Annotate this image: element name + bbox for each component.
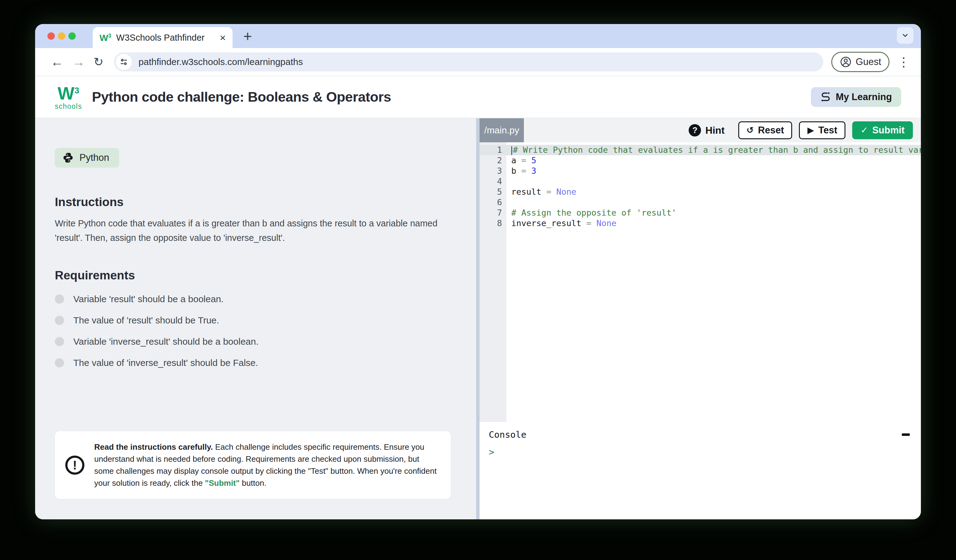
reset-button[interactable]: ↺ Reset xyxy=(738,121,792,139)
code-line-text: a = 5 xyxy=(506,155,536,166)
code-line[interactable]: 8inverse_result = None xyxy=(480,218,921,228)
requirement-status-circle-icon xyxy=(55,316,64,325)
browser-menu-button[interactable]: ⋮ xyxy=(898,55,910,69)
code-line-text: # Assign the opposite of 'result' xyxy=(506,208,676,218)
code-line-text: # Write Python code that evaluates if a … xyxy=(506,145,921,155)
collapse-console-button[interactable] xyxy=(902,433,910,436)
address-bar[interactable]: pathfinder.w3schools.com/learningpaths xyxy=(114,52,823,71)
instructions-text: Write Python code that evaluates if a is… xyxy=(55,216,455,245)
line-number: 4 xyxy=(480,176,506,187)
code-line-text xyxy=(506,197,511,208)
main-content: Python Instructions Write Python code th… xyxy=(35,118,921,519)
requirement-item: The value of 'inverse_result' should be … xyxy=(55,358,476,368)
editor-toolbar: /main.py ? Hint ↺ Reset ▶ Test ✓ Submit xyxy=(480,118,921,142)
learning-path-icon xyxy=(820,91,831,102)
line-number: 6 xyxy=(480,197,506,208)
python-icon xyxy=(62,152,74,164)
guest-label: Guest xyxy=(855,57,881,68)
requirements-list: Variable 'result' should be a boolean.Th… xyxy=(55,294,476,368)
browser-window: W3 W3Schools Pathfinder × + ← → ↻ pathfi… xyxy=(35,24,921,519)
challenge-panel: Python Instructions Write Python code th… xyxy=(35,118,476,519)
play-icon: ▶ xyxy=(807,126,814,135)
code-line-text: b = 3 xyxy=(506,166,536,176)
minimize-window-button[interactable] xyxy=(58,32,65,40)
code-line[interactable]: 1# Write Python code that evaluates if a… xyxy=(480,145,921,155)
requirement-status-circle-icon xyxy=(55,358,64,368)
console-prompt: > xyxy=(489,447,912,458)
tab-search-button[interactable] xyxy=(897,27,914,44)
code-line[interactable]: 4 xyxy=(480,176,921,187)
line-number: 3 xyxy=(480,166,506,176)
reload-button[interactable]: ↻ xyxy=(94,56,104,68)
file-tab[interactable]: /main.py xyxy=(480,118,524,142)
my-learning-button[interactable]: My Learning xyxy=(811,87,901,107)
close-tab-icon[interactable]: × xyxy=(220,32,226,43)
code-line-text: result = None xyxy=(506,187,576,197)
line-number: 1 xyxy=(480,145,506,155)
w3schools-favicon-icon: W3 xyxy=(99,33,111,42)
requirement-label: Variable 'inverse_result' should be a bo… xyxy=(73,337,258,347)
code-editor[interactable]: 1# Write Python code that evaluates if a… xyxy=(480,142,921,422)
close-window-button[interactable] xyxy=(47,32,55,40)
person-circle-icon xyxy=(840,56,852,68)
code-line-text: inverse_result = None xyxy=(506,218,616,228)
console-label: Console xyxy=(489,429,526,440)
code-line[interactable]: 5result = None xyxy=(480,187,921,197)
requirements-heading: Requirements xyxy=(55,269,476,282)
language-badge: Python xyxy=(55,148,119,168)
language-badge-label: Python xyxy=(79,152,109,163)
new-tab-button[interactable]: + xyxy=(243,28,252,45)
info-note-text: Read the instructions carefully. Each ch… xyxy=(94,441,437,489)
hint-button[interactable]: ? Hint xyxy=(689,124,724,137)
line-number: 8 xyxy=(480,218,506,228)
tab-strip: W3 W3Schools Pathfinder × + xyxy=(35,24,921,48)
hint-label: Hint xyxy=(705,125,724,136)
code-line[interactable]: 3b = 3 xyxy=(480,166,921,176)
test-label: Test xyxy=(818,125,837,136)
page-title: Python code challenge: Booleans & Operat… xyxy=(92,89,391,105)
requirement-item: The value of 'result' should be True. xyxy=(55,315,476,326)
requirement-item: Variable 'result' should be a boolean. xyxy=(55,294,476,304)
check-icon: ✓ xyxy=(860,126,868,135)
question-circle-icon: ? xyxy=(689,124,701,137)
page-header: W3 schools Python code challenge: Boolea… xyxy=(35,76,921,118)
requirement-label: The value of 'result' should be True. xyxy=(73,315,219,326)
chevron-down-icon xyxy=(901,31,909,39)
submit-button[interactable]: ✓ Submit xyxy=(852,121,913,139)
tab-title: W3Schools Pathfinder xyxy=(116,33,204,43)
back-button[interactable]: ← xyxy=(50,55,63,68)
code-line-text xyxy=(506,176,511,187)
text-cursor xyxy=(511,146,512,155)
requirement-item: Variable 'inverse_result' should be a bo… xyxy=(55,337,476,347)
guest-profile-button[interactable]: Guest xyxy=(831,52,890,72)
code-line[interactable]: 6 xyxy=(480,197,921,208)
code-line[interactable]: 2a = 5 xyxy=(480,155,921,166)
requirement-label: Variable 'result' should be a boolean. xyxy=(73,294,223,304)
editor-panel: /main.py ? Hint ↺ Reset ▶ Test ✓ Submit xyxy=(480,118,921,519)
browser-toolbar: ← → ↻ pathfinder.w3schools.com/learningp… xyxy=(35,48,921,76)
info-note: ! Read the instructions carefully. Each … xyxy=(55,431,451,499)
requirement-label: The value of 'inverse_result' should be … xyxy=(73,358,258,368)
url-text: pathfinder.w3schools.com/learningpaths xyxy=(138,57,303,67)
line-number: 7 xyxy=(480,208,506,218)
panel-resizer[interactable] xyxy=(476,118,480,519)
my-learning-label: My Learning xyxy=(836,91,892,102)
submit-label: Submit xyxy=(872,125,904,136)
requirement-status-circle-icon xyxy=(55,294,64,304)
instructions-heading: Instructions xyxy=(55,195,476,209)
tune-icon xyxy=(119,57,129,66)
exclamation-circle-icon: ! xyxy=(65,456,84,475)
forward-button[interactable]: → xyxy=(72,55,85,68)
reset-arrow-icon: ↺ xyxy=(747,126,754,135)
code-line[interactable]: 7# Assign the opposite of 'result' xyxy=(480,208,921,218)
test-button[interactable]: ▶ Test xyxy=(799,121,846,139)
reset-label: Reset xyxy=(758,125,784,136)
line-number: 5 xyxy=(480,187,506,197)
maximize-window-button[interactable] xyxy=(68,32,76,40)
requirement-status-circle-icon xyxy=(55,337,64,346)
line-number: 2 xyxy=(480,155,506,166)
site-settings-button[interactable] xyxy=(116,54,132,70)
browser-tab[interactable]: W3 W3Schools Pathfinder × xyxy=(93,27,233,48)
w3schools-logo[interactable]: W3 schools xyxy=(55,84,82,110)
console-panel: Console > xyxy=(480,422,921,519)
